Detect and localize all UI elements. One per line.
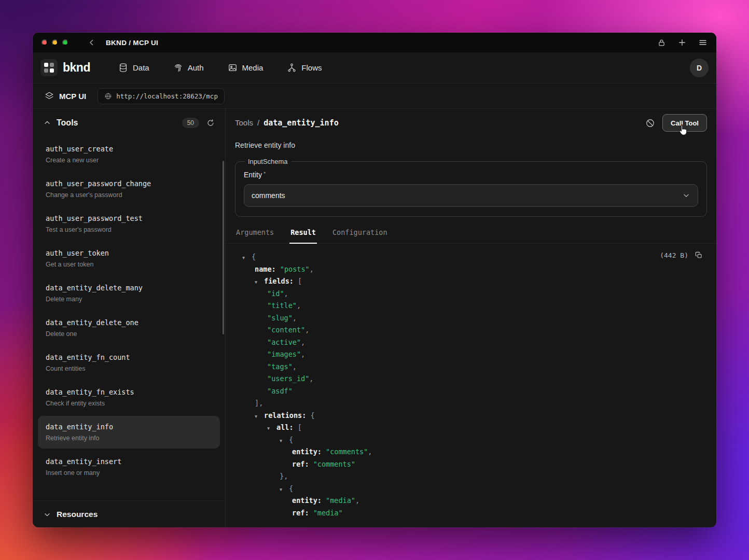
json-token: "media" — [313, 509, 343, 517]
sidebar-tool-item[interactable]: auth_user_password_testTest a user's pas… — [38, 207, 220, 240]
tab-configuration[interactable]: Configuration — [331, 228, 389, 244]
json-line: "users_id", — [235, 373, 707, 385]
json-line: "content", — [235, 324, 707, 337]
sidebar-scrollbar[interactable] — [223, 161, 224, 334]
json-token: "comments" — [326, 447, 368, 456]
json-line: "id", — [235, 288, 707, 300]
tab-result[interactable]: Result — [289, 228, 317, 244]
collapse-arrow-icon[interactable]: ▼ — [255, 411, 264, 423]
collapse-arrow-icon[interactable]: ▼ — [242, 252, 252, 264]
tools-collapse-button[interactable] — [43, 119, 51, 127]
json-tree: ▼{name: "posts",▼fields: ["id","title","… — [235, 251, 707, 519]
tool-name: auth_user_password_test — [46, 214, 212, 222]
entity-select[interactable]: comments — [244, 184, 698, 207]
tools-header: Tools 50 — [33, 109, 225, 137]
refresh-tools-button[interactable] — [206, 119, 215, 127]
nav-item-auth[interactable]: Auth — [173, 63, 204, 73]
traffic-lights — [41, 39, 68, 46]
json-token: , — [297, 301, 301, 310]
resources-section-header[interactable]: Resources — [33, 500, 225, 527]
disable-tool-button[interactable] — [645, 118, 655, 128]
sidebar-tool-item[interactable]: data_entity_delete_oneDelete one — [38, 312, 220, 344]
tool-description-text: Retrieve entity info — [226, 137, 716, 149]
tool-name: data_entity_fn_exists — [46, 388, 212, 396]
copy-icon — [695, 251, 703, 259]
sidebar-tool-item[interactable]: data_entity_fn_countCount entities — [38, 346, 220, 379]
json-token: relations: — [264, 411, 310, 419]
json-line: "tags", — [235, 361, 707, 373]
json-token: }, — [280, 472, 288, 480]
tool-name: auth_user_password_change — [46, 179, 212, 188]
close-button[interactable] — [41, 39, 48, 46]
zoom-button[interactable] — [62, 39, 68, 46]
minimize-button[interactable] — [52, 39, 58, 46]
chevron-left-icon — [87, 38, 96, 47]
brand-wordmark: bknd — [63, 61, 90, 75]
collapse-arrow-icon[interactable]: ▼ — [255, 276, 264, 289]
tool-description: Change a user's password — [46, 191, 212, 199]
sidebar-tool-item[interactable]: data_entity_insertInsert one or many — [38, 451, 220, 483]
app-window: BKND / MCP UI bknd — [33, 33, 716, 527]
json-token: , — [309, 374, 313, 383]
server-url-chip[interactable]: http://localhost:28623/mcp — [98, 88, 225, 104]
menu-button[interactable] — [698, 38, 708, 47]
collapse-arrow-icon[interactable]: ▼ — [267, 423, 276, 435]
json-token: [ — [298, 423, 302, 431]
json-token: all: — [276, 423, 298, 431]
nav-item-label: Auth — [188, 63, 204, 72]
input-schema-legend: InputSchema — [245, 158, 291, 165]
tool-description: Retrieve entity info — [46, 435, 212, 442]
json-token: , — [293, 362, 297, 371]
sidebar-tool-item[interactable]: auth_user_createCreate a new user — [38, 138, 220, 171]
json-line: "active", — [235, 337, 707, 349]
json-line: ▼{ — [235, 434, 707, 446]
layers-icon — [45, 91, 54, 101]
tool-list: auth_user_createCreate a new userauth_us… — [33, 137, 225, 500]
json-token: { — [252, 253, 256, 261]
json-token: "images" — [267, 350, 301, 358]
call-tool-button[interactable]: Call Tool — [662, 114, 707, 132]
back-button[interactable] — [87, 38, 96, 47]
json-token: ref: — [292, 460, 313, 468]
nav-item-label: Data — [133, 63, 149, 72]
sidebar-tool-item[interactable]: auth_user_password_changeChange a user's… — [38, 173, 220, 205]
input-schema-fieldset: InputSchema Entity* comments — [235, 158, 707, 217]
main-nav: Data Auth Media Flows — [118, 63, 322, 73]
nav-item-media[interactable]: Media — [228, 63, 263, 73]
tool-description: Create a new user — [46, 157, 212, 164]
json-line: ▼all: [ — [235, 422, 707, 434]
json-token: ref: — [292, 509, 313, 517]
tool-name: data_entity_fn_count — [46, 353, 212, 361]
json-token: , — [301, 350, 305, 358]
copy-result-button[interactable] — [695, 251, 703, 259]
json-token: { — [289, 436, 293, 444]
nav-item-flows[interactable]: Flows — [287, 63, 322, 73]
sidebar-tool-item[interactable]: auth_user_tokenGet a user token — [38, 242, 220, 275]
json-line: }, — [235, 470, 707, 483]
collapse-arrow-icon[interactable]: ▼ — [280, 484, 289, 496]
user-avatar[interactable]: D — [690, 59, 709, 77]
breadcrumb-current: data_entity_info — [263, 118, 339, 128]
sidebar-tool-item[interactable]: data_entity_delete_manyDelete many — [38, 277, 220, 310]
breadcrumb-separator: / — [257, 118, 259, 127]
result-tabs: ArgumentsResultConfiguration — [226, 228, 716, 244]
json-token: , — [293, 314, 297, 322]
nav-item-data[interactable]: Data — [118, 63, 149, 73]
collapse-arrow-icon[interactable]: ▼ — [280, 435, 289, 447]
tab-arguments[interactable]: Arguments — [235, 228, 275, 244]
hamburger-icon — [698, 38, 708, 47]
tools-count-badge: 50 — [182, 118, 199, 128]
json-token: entity: — [292, 496, 326, 505]
json-token: "active" — [267, 338, 301, 346]
breadcrumb-tools-link[interactable]: Tools — [235, 118, 253, 127]
sidebar-tool-item[interactable]: data_entity_infoRetrieve entity info — [38, 416, 220, 449]
sidebar-tool-item[interactable]: data_entity_fn_existsCheck if entity exi… — [38, 381, 220, 414]
new-tab-button[interactable] — [677, 38, 687, 47]
refresh-icon — [206, 119, 215, 127]
lock-button[interactable] — [657, 38, 666, 47]
json-line: entity: "comments", — [235, 446, 707, 458]
call-tool-label: Call Tool — [671, 119, 699, 127]
json-token: entity: — [292, 447, 326, 456]
json-line: ▼{ — [235, 251, 707, 263]
titlebar-actions — [657, 38, 708, 47]
